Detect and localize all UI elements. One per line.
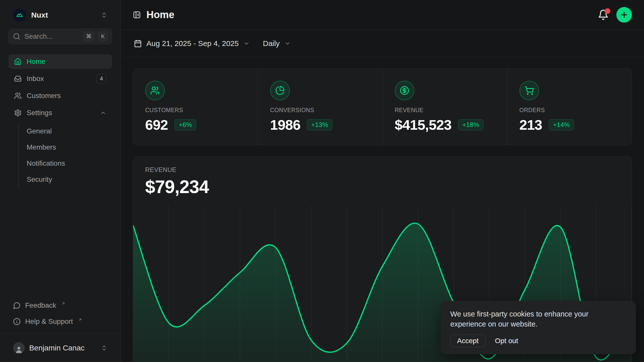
topbar: Home — [121, 0, 644, 30]
stat-delta-badge: +18% — [458, 119, 484, 130]
stat-delta-badge: +14% — [549, 119, 574, 130]
home-icon — [14, 58, 22, 65]
revenue-label: REVENUE — [145, 166, 620, 173]
sidebar-item-home[interactable]: Home — [9, 54, 112, 69]
chevrons-up-down-icon — [101, 12, 107, 18]
search-placeholder: Search... — [24, 32, 79, 40]
stat-label: ORDERS — [519, 107, 620, 114]
stats-card: CUSTOMERS 692 +6% CONVERSIONS 1986 +13% — [133, 68, 632, 145]
shopping-cart-icon — [519, 81, 539, 100]
sidebar-item-security[interactable]: Security — [27, 171, 112, 188]
workspace-name: Nuxt — [31, 11, 96, 19]
sidebar-item-label: Home — [27, 58, 106, 66]
cookie-banner: We use first-party cookies to enhance yo… — [441, 301, 636, 354]
cookie-message: We use first-party cookies to enhance yo… — [450, 309, 616, 329]
chevron-up-icon — [100, 110, 106, 116]
revenue-value: $79,234 — [145, 176, 620, 197]
divider — [0, 334, 120, 334]
stat-customers[interactable]: CUSTOMERS 692 +6% — [133, 69, 258, 145]
inbox-icon — [14, 75, 22, 82]
sidebar-item-customers[interactable]: Customers — [9, 88, 112, 103]
help-support-link[interactable]: Help & Support — [9, 314, 112, 329]
workspace-switcher[interactable]: Nuxt — [9, 7, 112, 23]
arrow-up-right-icon — [78, 318, 82, 322]
filter-bar: Aug 21, 2025 - Sep 4, 2025 Daily — [121, 30, 644, 57]
granularity-select[interactable]: Daily — [256, 34, 297, 53]
inbox-count-badge: 4 — [96, 74, 106, 84]
help-support-label: Help & Support — [25, 318, 73, 326]
stat-label: CUSTOMERS — [145, 107, 246, 114]
users-icon — [145, 81, 165, 100]
notification-dot — [605, 8, 610, 14]
sidebar-item-inbox[interactable]: Inbox 4 — [9, 71, 112, 86]
accept-button[interactable]: Accept — [450, 335, 486, 347]
sidebar: Nuxt Search... ⌘ K Home Inbox 4 — [0, 0, 121, 362]
feedback-link[interactable]: Feedback — [9, 298, 112, 313]
sidebar-item-label: Settings — [27, 109, 95, 117]
arrow-up-right-icon — [61, 301, 65, 306]
message-circle-icon — [13, 302, 21, 309]
stat-value: 692 — [145, 117, 168, 133]
circle-dollar-icon — [395, 81, 414, 100]
stat-delta-badge: +13% — [307, 119, 332, 130]
stat-label: CONVERSIONS — [270, 107, 371, 114]
feedback-label: Feedback — [25, 301, 56, 309]
sidebar-footer: Feedback Help & Support Benjamin Canac — [9, 298, 112, 362]
date-range-picker[interactable]: Aug 21, 2025 - Sep 4, 2025 — [127, 34, 256, 53]
stat-conversions[interactable]: CONVERSIONS 1986 +13% — [258, 69, 383, 145]
chevron-down-icon — [243, 40, 250, 47]
collapse-sidebar-icon[interactable] — [133, 11, 141, 19]
opt-out-button[interactable]: Opt out — [495, 337, 518, 345]
page-title: Home — [146, 9, 174, 20]
calendar-icon — [134, 39, 142, 48]
info-circle-icon — [13, 318, 21, 325]
stat-value: $415,523 — [395, 117, 452, 133]
gear-icon — [14, 109, 22, 117]
pie-chart-icon — [270, 81, 290, 100]
stat-delta-badge: +6% — [174, 119, 196, 130]
chevrons-up-down-icon — [101, 345, 107, 351]
granularity-value: Daily — [263, 39, 280, 48]
search-input[interactable]: Search... ⌘ K — [9, 29, 112, 44]
sidebar-nav: Home Inbox 4 Customers Settings Genera — [9, 54, 112, 188]
stat-orders[interactable]: ORDERS 213 +14% — [507, 69, 632, 145]
notifications-button[interactable] — [598, 9, 609, 20]
stat-label: REVENUE — [395, 107, 495, 114]
user-name: Benjamin Canac — [29, 344, 96, 352]
sidebar-item-settings[interactable]: Settings — [9, 106, 112, 120]
stat-value: 213 — [519, 117, 542, 133]
kbd-cmd: ⌘ — [84, 32, 94, 41]
sidebar-item-general[interactable]: General — [27, 123, 112, 139]
avatar — [13, 342, 25, 354]
search-icon — [13, 33, 20, 40]
sidebar-item-members[interactable]: Members — [27, 139, 112, 155]
sidebar-item-notifications[interactable]: Notifications — [27, 155, 112, 171]
sidebar-item-label: Inbox — [27, 75, 91, 83]
settings-children: General Members Notifications Security — [18, 123, 112, 188]
sidebar-item-label: Customers — [27, 92, 106, 100]
add-button[interactable] — [616, 7, 632, 23]
stat-value: 1986 — [270, 117, 301, 133]
nuxt-logo-icon — [13, 9, 26, 22]
date-range-value: Aug 21, 2025 - Sep 4, 2025 — [146, 39, 239, 48]
users-icon — [14, 92, 22, 100]
kbd-k: K — [98, 32, 108, 41]
chevron-down-icon — [284, 40, 291, 47]
stat-revenue[interactable]: REVENUE $415,523 +18% — [382, 69, 507, 145]
user-menu[interactable]: Benjamin Canac — [9, 336, 112, 360]
